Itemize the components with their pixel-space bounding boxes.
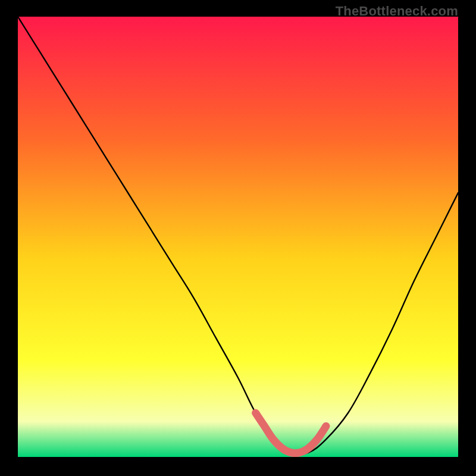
chart-frame: TheBottleneck.com xyxy=(0,0,476,476)
gradient-background xyxy=(18,17,458,457)
plot-area xyxy=(18,17,458,457)
bottleneck-chart xyxy=(18,17,458,457)
